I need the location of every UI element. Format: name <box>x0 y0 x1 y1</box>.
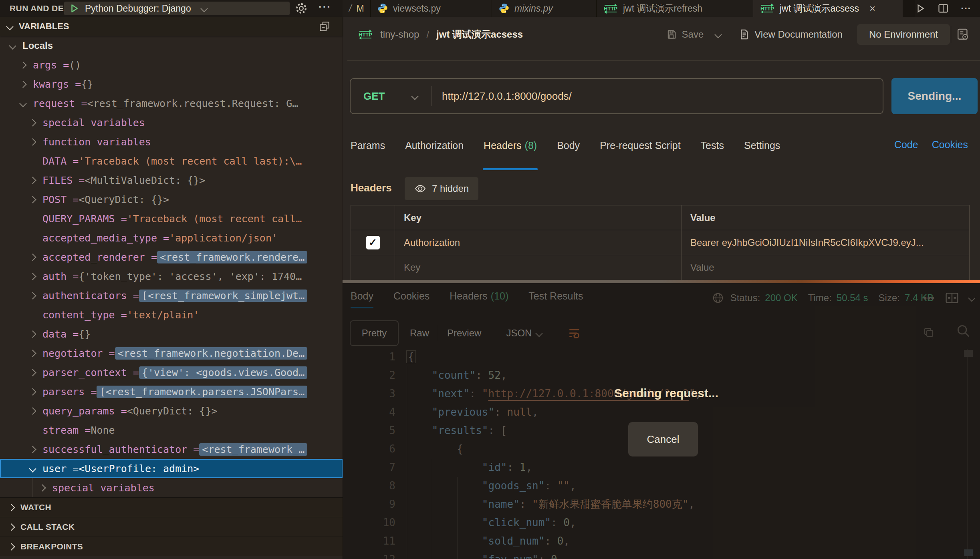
chevron-right-icon[interactable] <box>29 369 36 376</box>
request-tab-headers[interactable]: Headers(8) <box>484 130 537 170</box>
chevron-right-icon[interactable] <box>19 61 26 68</box>
tab-mixins.py[interactable]: mixins.py <box>492 0 597 17</box>
variable-row-request[interactable]: request = <rest_framework.request.Reques… <box>0 94 343 113</box>
more-actions-icon[interactable]: ··· <box>961 2 971 15</box>
more-actions-icon[interactable]: ··· <box>319 1 331 13</box>
variable-row-args[interactable]: args = () <box>0 55 343 74</box>
request-toolbar: Save View Documentation No Environment <box>666 22 970 46</box>
variable-row-parsers[interactable]: parsers = [<rest_framework.parsers.JSONP… <box>0 382 343 401</box>
collapse-all-icon[interactable] <box>319 20 331 32</box>
save-button[interactable]: Save <box>666 29 721 40</box>
variable-row-accepted_renderer[interactable]: accepted_renderer = <rest_framework.rend… <box>0 247 343 267</box>
variable-row-special-variables[interactable]: special variables <box>0 478 343 497</box>
chevron-down-icon[interactable] <box>9 42 16 49</box>
variables-section-header[interactable]: VARIABLES <box>0 17 343 36</box>
breadcrumb-request-name[interactable]: jwt 调试演示acsess <box>436 28 523 41</box>
variable-row-DATA[interactable]: DATA = 'Traceback (most recent call last… <box>0 151 343 171</box>
variable-row-special-variables[interactable]: special variables <box>0 113 343 132</box>
header-key[interactable]: Authorization <box>395 230 682 255</box>
chevron-right-icon[interactable] <box>29 407 36 414</box>
environment-settings-icon[interactable] <box>956 28 970 41</box>
method-dropdown-icon[interactable] <box>411 92 418 100</box>
request-tab-authorization[interactable]: Authorization <box>405 130 464 170</box>
variable-row-content_type[interactable]: content_type = 'text/plain' <box>0 305 343 324</box>
chevron-down-icon[interactable] <box>29 465 36 472</box>
hidden-headers-chip[interactable]: 7 hidden <box>405 177 478 200</box>
variable-row-successful_authenticator[interactable]: successful_authenticator = <rest_framewo… <box>0 440 343 459</box>
tab-jwt 调试演示refresh[interactable]: HTTPjwt 调试演示refresh <box>597 0 753 17</box>
tab-label: M <box>356 3 364 14</box>
variable-row-auth[interactable]: auth = {'token_type': 'access', 'exp': 1… <box>0 267 343 286</box>
variable-row-user[interactable]: user = <UserProfile: admin> <box>0 459 343 478</box>
url-input[interactable]: http://127.0.0.1:8000/goods/ <box>442 90 572 103</box>
hidden-headers-label: 7 hidden <box>432 183 469 194</box>
gear-icon[interactable] <box>295 2 308 15</box>
chevron-right-icon[interactable] <box>29 292 36 299</box>
chevron-right-icon[interactable] <box>29 273 36 280</box>
debug-start-icon[interactable] <box>69 3 79 14</box>
tab-M[interactable]: /M <box>343 0 371 17</box>
response-loading-bar[interactable] <box>343 280 980 283</box>
variable-row-FILES[interactable]: FILES = <MultiValueDict: {}> <box>0 171 343 190</box>
twistie-slot <box>38 485 46 491</box>
save-icon <box>666 29 677 40</box>
chevron-down-icon <box>200 5 208 12</box>
close-icon[interactable]: × <box>869 2 875 15</box>
request-tab-body[interactable]: Body <box>557 130 580 170</box>
variable-row-function-variables[interactable]: function variables <box>0 132 343 151</box>
variable-row-kwargs[interactable]: kwargs = {} <box>0 74 343 94</box>
chevron-right-icon[interactable] <box>29 388 36 395</box>
chevron-right-icon[interactable] <box>29 196 36 203</box>
send-button[interactable]: Sending... <box>891 78 978 114</box>
twistie-slot <box>18 82 27 87</box>
view-documentation-button[interactable]: View Documentation <box>738 29 843 40</box>
header-value[interactable]: Bearer eyJhbGciOiJIUzI1NiIsInR5cCI6IkpXV… <box>682 230 969 255</box>
chevron-right-icon[interactable] <box>29 350 36 357</box>
sidebar-section-watch[interactable]: WATCH <box>0 497 343 517</box>
request-tab-tests[interactable]: Tests <box>701 130 724 170</box>
code-link[interactable]: Code <box>894 139 918 151</box>
header-key-placeholder[interactable]: Key <box>395 255 682 280</box>
tab-jwt 调试演示acsess[interactable]: HTTPjwt 调试演示acsess× <box>753 0 903 17</box>
variable-row-authenticators[interactable]: authenticators = [<rest_framework_simple… <box>0 286 343 305</box>
sidebar-section-breakpoints[interactable]: BREAKPOINTS <box>0 537 343 556</box>
chevron-right-icon[interactable] <box>19 80 26 88</box>
request-tab-params[interactable]: Params <box>351 130 385 170</box>
column-header-value: Value <box>682 205 969 230</box>
request-tab-pre-request-script[interactable]: Pre-request Script <box>600 130 680 170</box>
debug-config-dropdown[interactable]: Python Debugger: Django <box>64 2 290 15</box>
variable-row-data[interactable]: data = {} <box>0 324 343 344</box>
chevron-down-icon[interactable] <box>19 100 26 107</box>
chevron-right-icon[interactable] <box>29 253 36 261</box>
tab-viewsets.py[interactable]: viewsets.py <box>371 0 492 17</box>
variable-row-accepted_media_type[interactable]: accepted_media_type = 'application/json' <box>0 228 343 247</box>
twistie-slot <box>28 389 37 394</box>
cancel-button[interactable]: Cancel <box>628 422 698 456</box>
checkbox-checked[interactable]: ✓ <box>366 236 380 249</box>
request-tab-settings[interactable]: Settings <box>744 130 780 170</box>
sidebar-section-call-stack[interactable]: CALL STACK <box>0 517 343 537</box>
split-editor-icon[interactable] <box>938 3 949 14</box>
variable-row-Locals[interactable]: Locals <box>0 36 343 55</box>
method-select[interactable]: GET <box>363 90 412 103</box>
cookies-link[interactable]: Cookies <box>932 139 968 151</box>
header-value-placeholder[interactable]: Value <box>682 255 969 280</box>
run-file-icon[interactable] <box>915 3 926 14</box>
breadcrumb-collection[interactable]: tiny-shop <box>380 29 419 40</box>
variable-row-stream[interactable]: stream = None <box>0 420 343 440</box>
chevron-right-icon[interactable] <box>29 138 36 145</box>
variable-row-parser_context[interactable]: parser_context = {'view': <goods.views.G… <box>0 363 343 382</box>
chevron-right-icon[interactable] <box>29 330 36 338</box>
variable-row-POST[interactable]: POST = <QueryDict: {}> <box>0 190 343 209</box>
twistie-slot <box>28 178 37 183</box>
chevron-right-icon[interactable] <box>29 446 36 453</box>
environment-selector[interactable]: No Environment <box>857 24 950 45</box>
variable-row-QUERY_PARAMS[interactable]: QUERY_PARAMS = 'Traceback (most recent c… <box>0 209 343 228</box>
variable-row-negotiator[interactable]: negotiator = <rest_framework.negotiation… <box>0 344 343 363</box>
variable-row-query_params[interactable]: query_params = <QueryDict: {}> <box>0 401 343 420</box>
chevron-right-icon[interactable] <box>29 177 36 184</box>
chevron-right-icon[interactable] <box>38 484 46 491</box>
chevron-right-icon[interactable] <box>29 119 36 126</box>
save-dropdown-icon[interactable] <box>715 31 722 38</box>
header-row-checkbox[interactable]: ✓ <box>351 230 395 255</box>
